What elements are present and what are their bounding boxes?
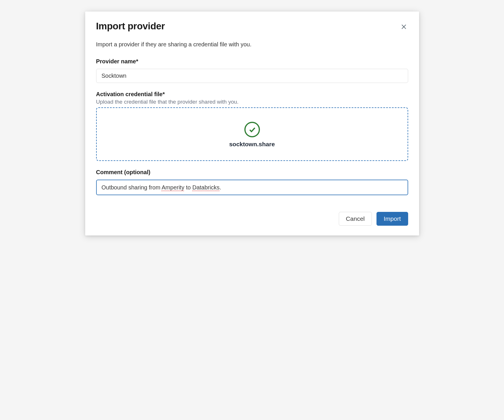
provider-name-input[interactable] bbox=[96, 69, 408, 83]
comment-text-prefix: Outbound sharing from bbox=[102, 184, 162, 191]
uploaded-filename: socktown.share bbox=[229, 141, 275, 148]
close-button[interactable] bbox=[400, 22, 408, 31]
credential-file-hint: Upload the credential file that the prov… bbox=[96, 99, 408, 105]
cancel-button[interactable]: Cancel bbox=[339, 212, 372, 226]
credential-file-label: Activation credential file* bbox=[96, 91, 408, 98]
import-provider-dialog: Import provider Import a provider if the… bbox=[85, 12, 419, 235]
comment-label: Comment (optional) bbox=[96, 169, 408, 176]
close-icon bbox=[401, 24, 407, 30]
provider-name-group: Provider name* bbox=[96, 58, 408, 83]
credential-file-group: Activation credential file* Upload the c… bbox=[96, 91, 408, 161]
success-check-icon bbox=[244, 122, 260, 137]
comment-text-word1: Amperity bbox=[162, 184, 185, 191]
dialog-header: Import provider bbox=[96, 21, 408, 32]
credential-file-dropzone[interactable]: socktown.share bbox=[96, 107, 408, 161]
comment-text-suffix: . bbox=[220, 184, 221, 191]
dialog-title: Import provider bbox=[96, 21, 165, 32]
comment-input[interactable]: Outbound sharing from Amperity to Databr… bbox=[96, 180, 408, 195]
dialog-description: Import a provider if they are sharing a … bbox=[96, 40, 408, 48]
comment-text-mid: to bbox=[184, 184, 192, 191]
import-button[interactable]: Import bbox=[376, 212, 408, 226]
comment-text-word2: Databricks bbox=[192, 184, 219, 191]
comment-group: Comment (optional) Outbound sharing from… bbox=[96, 169, 408, 195]
provider-name-label: Provider name* bbox=[96, 58, 408, 65]
dialog-footer: Cancel Import bbox=[96, 212, 408, 226]
